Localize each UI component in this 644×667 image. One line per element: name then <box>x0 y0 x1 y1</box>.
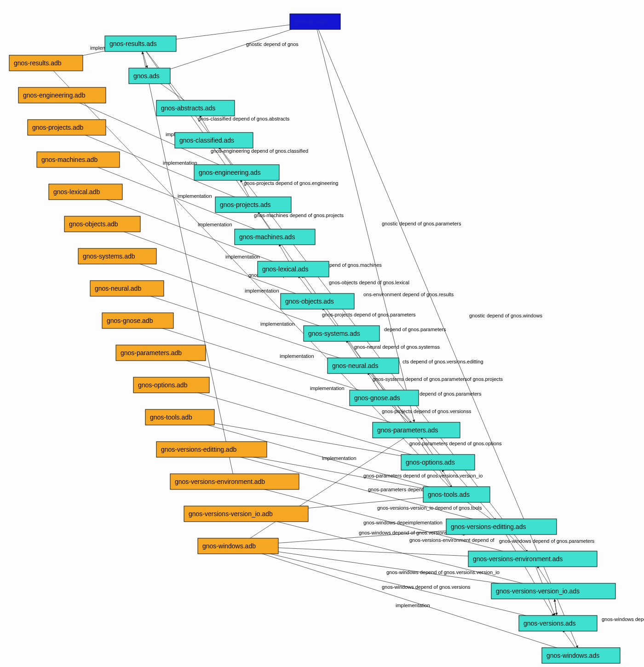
edge-label: implementation <box>322 455 356 461</box>
node-label: gnos-abstracts.ads <box>161 104 215 112</box>
edge-label: cts depend of gnos.versions.editting <box>402 359 483 364</box>
edge-label: implementation <box>280 353 314 359</box>
node-label: gnos-parameters.adb <box>121 349 182 356</box>
node-label: gnos-tools.adb <box>150 414 192 421</box>
node-tools-adb[interactable]: gnos-tools.adb <box>145 409 214 425</box>
edge-label: gnos-windows depend of gnos.parameters <box>499 538 595 544</box>
edge-label: implementation <box>260 321 295 327</box>
node-label: gnos-neural.ads <box>332 362 378 369</box>
node-options-adb[interactable]: gnos-options.adb <box>133 377 209 393</box>
node-label: gnos-gnose.adb <box>107 317 153 324</box>
edge-label: gnos-projects depend of gnos.versionss <box>382 408 472 414</box>
node-label: gnostic.adb <box>294 18 328 25</box>
node-label: gnos-objects.ads <box>285 298 334 305</box>
edge-label: gnos-neural depend of gnos.systemss <box>354 344 440 350</box>
node-ved-ads[interactable]: gnos-versions-editting.ads <box>446 519 557 535</box>
node-label: gnos-results.ads <box>109 40 157 47</box>
node-label: gnos-versions-version_io.adb <box>189 510 273 518</box>
edge-label: gnos-windows depeimplementation <box>363 520 443 525</box>
node-windows-ads[interactable]: gnos-windows.ads <box>542 648 620 663</box>
node-label: gnos-machines.ads <box>239 233 295 241</box>
edge-label: implementation <box>225 254 260 259</box>
node-label: gnos-projects.adb <box>32 124 84 131</box>
node-label: gnos-engineering.adb <box>23 92 86 99</box>
node-label: gnos-systems.ads <box>308 330 360 337</box>
node-vio-adb[interactable]: gnos-versions-version_io.adb <box>184 506 308 522</box>
nodes-layer: gnostic.adbgnos-results.adsgnos.adsgnos-… <box>9 14 620 663</box>
node-gnose-adb[interactable]: gnos-gnose.adb <box>102 313 173 328</box>
node-engineering-adb[interactable]: gnos-engineering.adb <box>18 87 106 103</box>
node-classified-ads[interactable]: gnos-classified.ads <box>175 132 253 148</box>
edge-label: gnos-engineering depend of gnos.classifi… <box>211 148 308 154</box>
node-objects-adb[interactable]: gnos-objects.adb <box>64 216 140 232</box>
node-systems-adb[interactable]: gnos-systems.adb <box>78 248 156 264</box>
node-ved-adb[interactable]: gnos-versions-editting.adb <box>156 442 267 457</box>
edge-label: gnos-parameters depend of gnos.versions.… <box>363 473 483 478</box>
node-label: gnos-versions-editting.ads <box>451 523 526 530</box>
node-venv-adb[interactable]: gnos-versions-environment.adb <box>170 474 299 489</box>
node-label: gnos-classified.ads <box>179 137 234 144</box>
node-results-ads[interactable]: gnos-results.ads <box>105 36 176 52</box>
node-label: gnos.ads <box>133 72 160 80</box>
edge-label: implementation <box>198 222 232 227</box>
node-gnose-ads[interactable]: gnos-gnose.ads <box>350 390 419 406</box>
edge-label: pend of gnos.machines <box>329 262 382 268</box>
edge-label: gnos-projects depend of gnos.parameters <box>322 312 416 317</box>
node-machines-adb[interactable]: gnos-machines.adb <box>37 152 120 167</box>
node-label: gnos-tools.ads <box>428 491 470 498</box>
edge-label: depend of gnos.parameters <box>384 327 446 332</box>
node-label: gnos-windows.ads <box>546 652 599 659</box>
node-neural-ads[interactable]: gnos-neural.ads <box>328 358 399 374</box>
edge-label: gnos-machines depend of gnos.projects <box>254 213 344 218</box>
node-neural-adb[interactable]: gnos-neural.adb <box>90 281 164 296</box>
node-label: gnos-projects.ads <box>220 201 271 208</box>
node-projects-ads[interactable]: gnos-projects.ads <box>215 197 291 213</box>
node-projects-adb[interactable]: gnos-projects.adb <box>28 120 106 135</box>
node-abstracts-ads[interactable]: gnos-abstracts.ads <box>156 100 235 116</box>
node-label: gnos-lexical.adb <box>53 188 100 196</box>
edge-label: gnos-versions-environment depend of <box>409 537 495 543</box>
edge-label: implementation <box>178 193 212 199</box>
edge-label: depend of gnos.parameters <box>420 391 482 397</box>
edge-label: gnos-systems depend of gnos.parametersof… <box>373 376 503 382</box>
node-label: gnos-versions-editting.adb <box>161 446 236 453</box>
node-options-ads[interactable]: gnos-options.ads <box>401 454 475 470</box>
edge-label: gnostic depend of gnos <box>246 41 299 47</box>
node-label: gnos-results.adb <box>14 59 62 67</box>
node-label: gnos-versions-environment.ads <box>473 555 563 563</box>
node-tools-ads[interactable]: gnos-tools.ads <box>423 487 490 502</box>
edge-label: gnos-versions-version_io depend of gnos.… <box>377 505 482 511</box>
edge-label: gnos-objects depend of gnos.lexical <box>329 280 409 285</box>
node-label: gnos-lexical.ads <box>262 265 308 273</box>
dependency-graph[interactable]: gnostic depend of gnosgnostic depend of … <box>0 0 644 667</box>
edge-label: gnos-windows depend of gnos.versions.ver… <box>386 569 500 575</box>
node-parameters-ads[interactable]: gnos-parameters.ads <box>373 422 460 438</box>
node-label: gnos-options.adb <box>138 381 188 389</box>
node-engineering-ads[interactable]: gnos-engineering.ads <box>194 165 279 180</box>
node-label: gnos-systems.adb <box>83 253 135 260</box>
edge-label: gnos-windows depend of gnos.versions.e <box>602 616 644 622</box>
node-results-adb[interactable]: gnos-results.adb <box>9 55 83 71</box>
edge-label: ons-environment depend of gnos.results <box>363 292 454 297</box>
node-root[interactable]: gnostic.adb <box>290 14 340 29</box>
node-vio-ads[interactable]: gnos-versions-version_io.ads <box>491 583 615 599</box>
node-versions-ads[interactable]: gnos-versions.ads <box>519 615 597 631</box>
node-lexical-ads[interactable]: gnos-lexical.ads <box>258 261 329 277</box>
node-venv-ads[interactable]: gnos-versions-environment.ads <box>468 551 597 567</box>
edge-label: implementation <box>396 603 430 608</box>
node-label: gnos-gnose.ads <box>354 394 400 402</box>
node-label: gnos-machines.adb <box>41 156 98 163</box>
node-machines-ads[interactable]: gnos-machines.ads <box>235 229 315 245</box>
edge-label: gnos-parameters depend of gnos.options <box>409 441 502 446</box>
node-systems-ads[interactable]: gnos-systems.ads <box>304 326 380 341</box>
node-label: gnos-versions-environment.adb <box>175 478 265 485</box>
node-lexical-adb[interactable]: gnos-lexical.adb <box>49 184 122 200</box>
edge-label: implementation <box>245 288 279 293</box>
node-windows-adb[interactable]: gnos-windows.adb <box>198 538 278 554</box>
node-objects-ads[interactable]: gnos-objects.ads <box>281 293 354 309</box>
node-parameters-adb[interactable]: gnos-parameters.adb <box>116 345 206 361</box>
node-label: gnos-parameters.ads <box>377 426 438 434</box>
edge-label: gnos-windows depend of gnos.versions <box>382 584 471 590</box>
node-label: gnos-options.ads <box>406 459 455 466</box>
node-gnos-ads[interactable]: gnos.ads <box>129 68 170 84</box>
